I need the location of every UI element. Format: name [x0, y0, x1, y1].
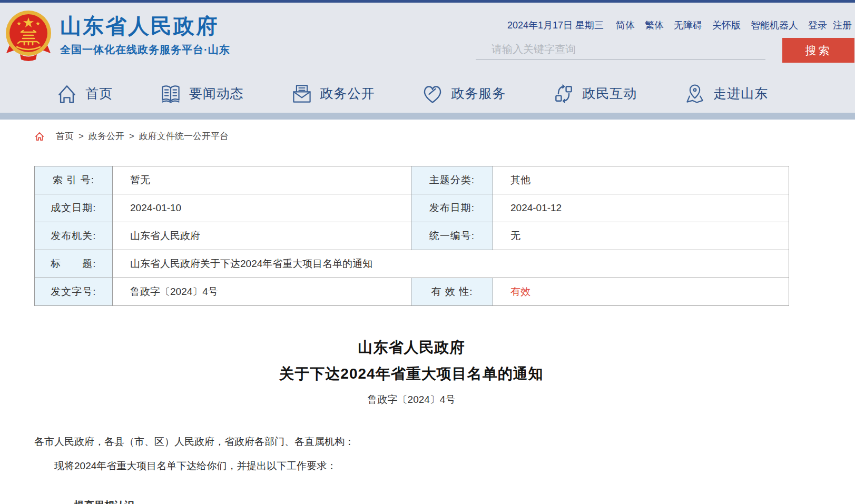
toplink-traditional[interactable]: 繁体 [645, 19, 664, 32]
nav-item-label: 政务公开 [320, 85, 375, 102]
meta-value-validity-status: 有效 [493, 278, 789, 306]
document-number: 鲁政字〔2024〕4号 [34, 393, 789, 407]
nav-item-news[interactable]: 要闻动态 [159, 82, 244, 105]
meta-value-issuing-agency: 山东省人民政府 [113, 222, 411, 250]
toplink-accessibility[interactable]: 无障碍 [674, 19, 702, 32]
current-date: 2024年1月17日 星期三 [507, 19, 604, 32]
content-area: 首页 > 政务公开 > 政府文件统一公开平台 索 引 号: 暂无 主题分类: 其… [0, 130, 855, 504]
document-title-line2: 关于下达2024年省重大项目名单的通知 [34, 361, 789, 387]
document-title-line1: 山东省人民政府 [34, 334, 789, 361]
meta-label-index-number: 索 引 号: [35, 166, 113, 194]
nav-item-label: 政务服务 [451, 85, 506, 102]
service-icon [421, 82, 444, 105]
document-heading: 山东省人民政府 关于下达2024年省重大项目名单的通知 鲁政字〔2024〕4号 [34, 334, 789, 407]
salutation-paragraph: 各市人民政府，各县（市、区）人民政府，省政府各部门、各直属机构： [34, 434, 789, 450]
toplink-smart-robot[interactable]: 智能机器人 [751, 19, 798, 32]
table-row: 成文日期: 2024-01-10 发布日期: 2024-01-12 [35, 194, 789, 222]
meta-label-publish-date: 发布日期: [411, 194, 493, 222]
nav-item-shandong[interactable]: 走进山东 [683, 82, 768, 105]
meta-label-validity: 有 效 性: [411, 278, 493, 306]
meta-label-written-date: 成文日期: [35, 194, 113, 222]
meta-value-doc-number: 鲁政字〔2024〕4号 [113, 278, 411, 306]
search-input[interactable] [476, 42, 765, 60]
table-row: 标 题: 山东省人民政府关于下达2024年省重大项目名单的通知 [35, 250, 789, 278]
interact-icon [552, 82, 575, 105]
breadcrumb-item-home[interactable]: 首页 [56, 130, 74, 142]
meta-label-title: 标 题: [35, 250, 113, 278]
breadcrumb: 首页 > 政务公开 > 政府文件统一公开平台 [34, 130, 789, 142]
document-body: 各市人民政府，各县（市、区）人民政府，省政府各部门、各直属机构： 现将2024年… [34, 434, 789, 504]
main-nav: 首页 要闻动态 政务公开 [0, 74, 855, 113]
utility-links: 2024年1月17日 星期三 简体 繁体 无障碍 关怀版 智能机器人 登录 注册 [507, 19, 852, 32]
breadcrumb-item-gov-open[interactable]: 政务公开 [89, 130, 124, 142]
meta-value-index-number: 暂无 [113, 166, 411, 194]
section-heading-clipped: 一、提高思想认识 [34, 498, 789, 504]
meta-label-topic-category: 主题分类: [411, 166, 493, 194]
meta-value-written-date: 2024-01-10 [113, 194, 411, 222]
search-area: 搜索 [476, 38, 855, 63]
search-button[interactable]: 搜索 [782, 38, 854, 63]
meta-label-issuing-agency: 发布机关: [35, 222, 113, 250]
toplink-login[interactable]: 登录 [808, 19, 827, 32]
meta-value-title: 山东省人民政府关于下达2024年省重大项目名单的通知 [113, 250, 789, 278]
nav-item-label: 政民互动 [582, 85, 637, 102]
site-logo[interactable]: 山东省人民政府 全国一体化在线政务服务平台·山东 [4, 9, 230, 62]
nav-item-home[interactable]: 首页 [55, 82, 113, 105]
breadcrumb-home-icon[interactable] [34, 131, 45, 142]
document-meta-table: 索 引 号: 暂无 主题分类: 其他 成文日期: 2024-01-10 发布日期… [34, 166, 789, 306]
map-pin-icon [683, 82, 706, 105]
meta-label-unified-number: 统一编号: [411, 222, 493, 250]
intro-paragraph: 现将2024年省重大项目名单下达给你们，并提出以下工作要求： [34, 458, 789, 474]
meta-value-publish-date: 2024-01-12 [493, 194, 789, 222]
header-right: 2024年1月17日 星期三 简体 繁体 无障碍 关怀版 智能机器人 登录 注册… [455, 3, 855, 74]
site-title: 山东省人民政府 [60, 14, 230, 37]
breadcrumb-separator: > [78, 131, 84, 142]
news-icon [159, 82, 182, 105]
table-row: 发布机关: 山东省人民政府 统一编号: 无 [35, 222, 789, 250]
meta-label-doc-number: 发文字号: [35, 278, 113, 306]
table-row: 索 引 号: 暂无 主题分类: 其他 [35, 166, 789, 194]
meta-value-topic-category: 其他 [493, 166, 789, 194]
nav-item-label: 首页 [85, 85, 113, 102]
breadcrumb-item-platform[interactable]: 政府文件统一公开平台 [139, 130, 229, 142]
site-header: 山东省人民政府 全国一体化在线政务服务平台·山东 2024年1月17日 星期三 … [0, 3, 855, 74]
nav-item-service[interactable]: 政务服务 [421, 82, 506, 105]
toplink-register[interactable]: 注册 [833, 19, 852, 32]
nav-item-interact[interactable]: 政民互动 [552, 82, 637, 105]
national-emblem-icon [4, 9, 53, 62]
breadcrumb-separator: > [129, 131, 134, 142]
toplink-simplified[interactable]: 简体 [616, 19, 635, 32]
gov-open-icon [290, 82, 313, 105]
toplink-care-version[interactable]: 关怀版 [712, 19, 741, 32]
home-icon [55, 82, 78, 105]
site-header-region: 山东省人民政府 全国一体化在线政务服务平台·山东 2024年1月17日 星期三 … [0, 3, 855, 113]
nav-item-label: 要闻动态 [189, 85, 244, 102]
table-row: 发文字号: 鲁政字〔2024〕4号 有 效 性: 有效 [35, 278, 789, 306]
meta-value-unified-number: 无 [493, 222, 789, 250]
site-subtitle: 全国一体化在线政务服务平台·山东 [60, 43, 230, 57]
nav-item-gov-open[interactable]: 政务公开 [290, 82, 375, 105]
page: 山东省人民政府 全国一体化在线政务服务平台·山东 2024年1月17日 星期三 … [0, 0, 855, 504]
site-title-block: 山东省人民政府 全国一体化在线政务服务平台·山东 [60, 14, 230, 57]
divider-band [0, 113, 855, 120]
nav-item-label: 走进山东 [713, 85, 768, 102]
